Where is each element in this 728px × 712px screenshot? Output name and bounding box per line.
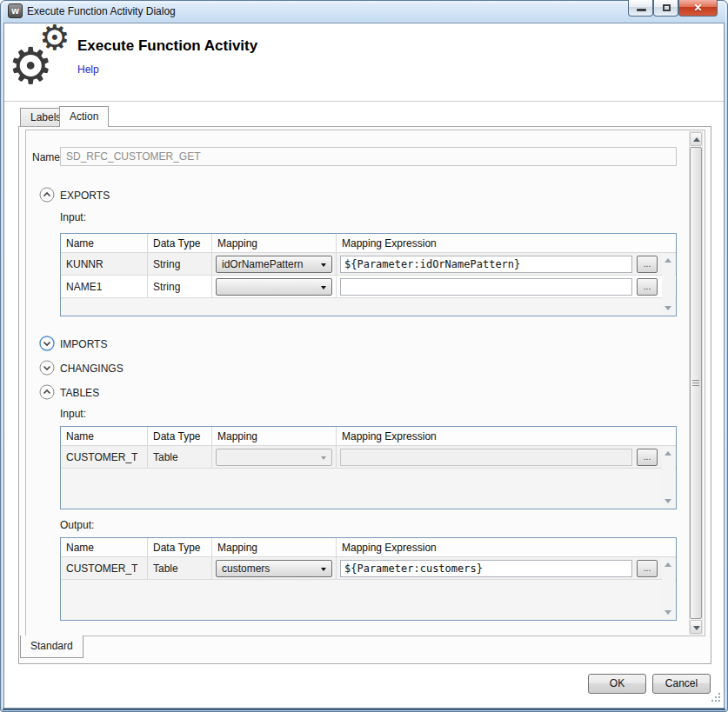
section-changings: CHANGINGS xyxy=(60,363,124,375)
column-header-data-type: Data Type xyxy=(148,427,212,445)
table-scrollbar[interactable] xyxy=(662,254,675,315)
cell-data-type: Table xyxy=(148,557,212,579)
cell-name: CUSTOMER_T xyxy=(61,446,148,468)
column-header-mapping-expression: Mapping Expression xyxy=(337,427,676,445)
panel-scrollbar[interactable] xyxy=(689,131,703,635)
name-input[interactable] xyxy=(60,147,677,166)
dialog-window: w Execute Function Activity Dialog ✕ ⚙ ⚙… xyxy=(0,0,728,712)
table-row: CUSTOMER_T Table ... xyxy=(61,446,676,469)
minimize-button[interactable] xyxy=(628,0,653,17)
scroll-up-icon[interactable] xyxy=(665,258,671,263)
mapping-dropdown[interactable]: idOrNamePattern xyxy=(216,256,332,273)
column-header-data-type: Data Type xyxy=(148,538,212,556)
tables-output-caption: Output: xyxy=(60,519,94,531)
column-header-name: Name xyxy=(61,538,148,556)
maximize-button[interactable] xyxy=(653,0,678,17)
name-label: Name: xyxy=(32,151,63,163)
expression-editor-button[interactable]: ... xyxy=(637,278,658,296)
cell-data-type: String xyxy=(148,276,212,297)
mapping-expression-input[interactable] xyxy=(340,560,632,577)
maximize-icon xyxy=(663,4,671,11)
mapping-expression-input[interactable] xyxy=(340,278,632,296)
mapping-value: idOrNamePattern xyxy=(222,258,303,270)
table-header-row: Name Data Type Mapping Mapping Expressio… xyxy=(61,538,676,557)
cell-name: KUNNR xyxy=(61,253,148,275)
column-header-mapping: Mapping xyxy=(212,234,337,252)
section-exports: EXPORTS xyxy=(60,190,110,202)
scroll-up-icon[interactable] xyxy=(665,451,671,456)
close-icon: ✕ xyxy=(679,2,717,14)
help-link[interactable]: Help xyxy=(77,63,99,76)
table-scrollbar[interactable] xyxy=(662,558,675,619)
column-header-mapping-expression: Mapping Expression xyxy=(337,538,676,556)
tables-input-caption: Input: xyxy=(60,408,86,420)
mapping-dropdown[interactable] xyxy=(216,278,332,296)
app-icon: w xyxy=(8,3,23,18)
window-title: Execute Function Activity Dialog xyxy=(27,5,176,17)
cell-name: NAME1 xyxy=(61,276,148,297)
expand-icon[interactable] xyxy=(39,360,55,376)
mapping-value: customers xyxy=(222,562,270,575)
expand-icon[interactable] xyxy=(39,336,55,351)
section-imports: IMPORTS xyxy=(60,338,107,350)
resize-grip[interactable] xyxy=(711,692,721,705)
collapse-icon[interactable] xyxy=(39,384,55,400)
gear-icon: ⚙ xyxy=(39,20,70,55)
column-header-data-type: Data Type xyxy=(148,234,212,252)
header-divider xyxy=(4,101,724,102)
scroll-down-icon xyxy=(693,626,700,630)
scrollbar-grip-icon xyxy=(692,380,699,387)
title-bar[interactable]: w Execute Function Activity Dialog ✕ xyxy=(0,0,728,23)
table-header-row: Name Data Type Mapping Mapping Expressio… xyxy=(61,234,676,253)
exports-input-table: Name Data Type Mapping Mapping Expressio… xyxy=(60,233,677,316)
ok-button[interactable]: OK xyxy=(588,674,646,694)
table-row: CUSTOMER_T Table customers ... xyxy=(61,557,676,580)
minimize-icon xyxy=(637,9,646,11)
cell-data-type: String xyxy=(148,253,212,275)
scroll-down-icon[interactable] xyxy=(665,306,671,310)
section-tables: TABLES xyxy=(60,387,99,399)
collapse-icon[interactable] xyxy=(39,187,55,203)
tables-input-table: Name Data Type Mapping Mapping Expressio… xyxy=(60,426,677,509)
scroll-down-icon[interactable] xyxy=(665,610,671,615)
table-scrollbar[interactable] xyxy=(662,447,675,508)
exports-input-caption: Input: xyxy=(60,211,86,223)
mapping-dropdown xyxy=(216,449,332,466)
expression-editor-button[interactable]: ... xyxy=(637,256,658,273)
scroll-down-button[interactable] xyxy=(690,620,702,634)
expression-editor-button[interactable]: ... xyxy=(637,449,658,466)
expression-editor-button[interactable]: ... xyxy=(637,560,658,577)
cancel-button[interactable]: Cancel xyxy=(652,674,711,694)
scroll-up-icon xyxy=(693,137,700,142)
tab-standard[interactable]: Standard xyxy=(20,635,83,658)
dialog-content: ⚙ ⚙ Execute Function Activity Help Label… xyxy=(3,23,725,709)
close-button[interactable]: ✕ xyxy=(678,0,718,17)
mapping-dropdown[interactable]: customers xyxy=(216,560,332,577)
scroll-up-button[interactable] xyxy=(690,132,702,146)
cell-data-type: Table xyxy=(148,446,212,468)
cell-name: CUSTOMER_T xyxy=(61,557,148,579)
column-header-name: Name xyxy=(61,234,148,252)
column-header-mapping: Mapping xyxy=(212,427,337,445)
scroll-down-icon[interactable] xyxy=(665,499,671,503)
scroll-up-icon[interactable] xyxy=(665,562,671,567)
page-title: Execute Function Activity xyxy=(77,37,257,55)
mapping-expression-input xyxy=(340,449,632,466)
column-header-mapping-expression: Mapping Expression xyxy=(337,234,676,252)
column-header-mapping: Mapping xyxy=(212,538,337,556)
column-header-name: Name xyxy=(61,427,148,445)
table-row: NAME1 String ... xyxy=(61,276,676,298)
tab-action[interactable]: Action xyxy=(59,106,109,127)
tables-output-table: Name Data Type Mapping Mapping Expressio… xyxy=(60,537,677,621)
mapping-expression-input[interactable] xyxy=(340,256,632,273)
scrollbar-thumb[interactable] xyxy=(690,147,702,619)
table-row: KUNNR String idOrNamePattern ... xyxy=(61,253,676,276)
table-header-row: Name Data Type Mapping Mapping Expressio… xyxy=(61,427,676,446)
